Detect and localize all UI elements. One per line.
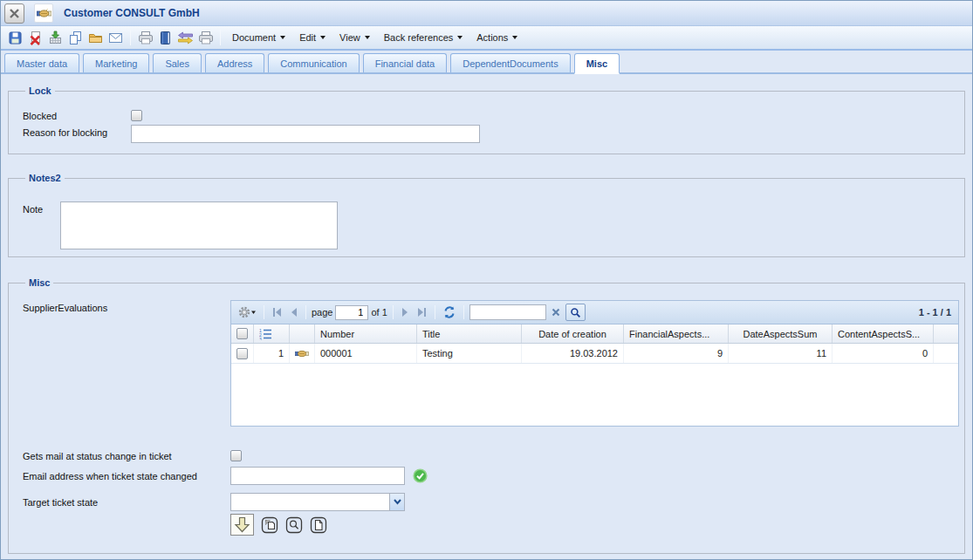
print-icon-2 xyxy=(198,31,214,45)
tab-label: Misc xyxy=(586,58,607,69)
chevron-down-icon xyxy=(320,36,325,39)
tab-master-data[interactable]: Master data xyxy=(4,53,79,72)
apply-down-button[interactable] xyxy=(230,514,254,536)
lock-section-legend: Lock xyxy=(25,85,55,96)
menu-view[interactable]: View xyxy=(332,30,377,45)
window-title: Customer CONSULT GmbH xyxy=(64,7,200,19)
blocked-label: Blocked xyxy=(23,108,131,121)
column-header-title[interactable]: Title xyxy=(417,324,522,343)
notes2-section: Notes2 Note xyxy=(8,173,965,257)
paste-button[interactable] xyxy=(261,516,278,534)
search-icon xyxy=(570,307,581,318)
row-icon-cell xyxy=(290,344,315,363)
tab-dependent-documents[interactable]: DependentDocuments xyxy=(450,53,570,72)
save-button[interactable] xyxy=(5,28,25,48)
target-ticket-state-label: Target ticket state xyxy=(23,497,230,508)
blocked-checkbox[interactable] xyxy=(131,110,142,121)
folder-button[interactable] xyxy=(86,28,106,48)
last-page-button[interactable] xyxy=(415,304,429,321)
cell-title: Testing xyxy=(417,344,522,363)
close-icon xyxy=(8,7,21,20)
grid-header-row: 1 2 3 Number Title Date of creation Fina… xyxy=(231,324,958,344)
tab-misc[interactable]: Misc xyxy=(574,53,620,74)
menu-edit[interactable]: Edit xyxy=(292,30,332,45)
icon-column-header[interactable] xyxy=(290,324,315,343)
copy-icon xyxy=(68,31,83,45)
tab-label: Sales xyxy=(165,58,189,69)
pager-separator xyxy=(305,305,306,319)
grid-search-input[interactable] xyxy=(469,304,546,320)
ticket-state-actions xyxy=(230,514,964,536)
note-textarea[interactable] xyxy=(60,201,338,249)
select-all-checkbox[interactable] xyxy=(236,328,248,339)
copy-button[interactable] xyxy=(65,28,86,48)
import-basket-button[interactable] xyxy=(45,28,65,48)
first-page-button[interactable] xyxy=(270,304,284,321)
menu-edit-label: Edit xyxy=(299,32,316,43)
column-header-number[interactable]: Number xyxy=(315,324,417,343)
cell-date-aspects-sum: 11 xyxy=(729,344,833,363)
tab-communication[interactable]: Communication xyxy=(268,53,359,72)
numbered-list-icon: 1 2 3 xyxy=(259,328,272,340)
supplier-evaluations-label: SupplierEvaluations xyxy=(23,300,230,313)
clear-icon xyxy=(551,307,561,318)
refresh-button[interactable] xyxy=(441,304,458,321)
grid-settings-button[interactable] xyxy=(236,304,258,321)
target-ticket-state-select[interactable] xyxy=(230,493,405,511)
reason-for-blocking-input[interactable] xyxy=(131,125,480,143)
valid-indicator xyxy=(413,468,428,483)
transfer-button[interactable] xyxy=(175,28,195,48)
next-page-button[interactable] xyxy=(399,304,412,321)
misc-section: Misc SupplierEvaluations xyxy=(8,277,965,554)
combo-trigger-button[interactable] xyxy=(389,494,404,510)
journal-button[interactable] xyxy=(155,28,175,48)
row-index-cell: 1 xyxy=(254,344,290,363)
page-number-input[interactable] xyxy=(335,305,368,320)
gets-mail-label: Gets mail at status change in ticket xyxy=(23,448,230,461)
run-search-button[interactable] xyxy=(565,304,586,321)
close-button[interactable] xyxy=(4,3,24,24)
tab-label: Communication xyxy=(280,58,346,69)
mail-icon xyxy=(108,31,123,45)
down-arrow-icon xyxy=(234,516,250,533)
clear-search-button[interactable] xyxy=(549,304,563,321)
tab-sales[interactable]: Sales xyxy=(153,53,202,72)
new-document-icon xyxy=(310,516,327,534)
table-row[interactable]: 1 000001 Testing 19.03.2012 xyxy=(231,344,958,364)
search-ticket-state-button[interactable] xyxy=(285,516,303,534)
print-settings-button[interactable] xyxy=(195,28,216,48)
column-header-date-aspects-sum[interactable]: DateAspectsSum xyxy=(729,324,833,343)
grid-empty-area xyxy=(231,364,958,426)
cell-date-of-creation: 19.03.2012 xyxy=(522,344,624,363)
lock-section: Lock Blocked Reason for blocking xyxy=(8,85,965,154)
menu-actions[interactable]: Actions xyxy=(469,30,524,45)
tab-marketing[interactable]: Marketing xyxy=(83,53,149,72)
customer-handshake-icon xyxy=(34,3,53,23)
pager-separator xyxy=(463,305,464,319)
grid-pager: page of 1 xyxy=(231,301,958,324)
chevron-down-icon xyxy=(251,311,256,315)
cell-number: 000001 xyxy=(315,344,417,363)
email-address-label: Email address when ticket state changed xyxy=(23,471,230,481)
new-document-button[interactable] xyxy=(310,516,327,534)
tab-financial-data[interactable]: Financial data xyxy=(363,53,448,72)
tab-address[interactable]: Address xyxy=(205,53,264,72)
column-header-financial-aspects[interactable]: FinancialAspects... xyxy=(624,324,729,343)
gets-mail-checkbox[interactable] xyxy=(230,450,242,461)
menu-document[interactable]: Document xyxy=(225,30,292,45)
column-header-date-of-creation[interactable]: Date of creation xyxy=(522,324,624,343)
column-header-content-aspects[interactable]: ContentAspectsS... xyxy=(833,324,934,343)
row-number-column-header[interactable]: 1 2 3 xyxy=(254,324,290,343)
menu-back-references[interactable]: Back references xyxy=(377,30,469,45)
titlebar: Customer CONSULT GmbH xyxy=(1,1,972,26)
folder-icon xyxy=(88,31,103,45)
email-address-input[interactable] xyxy=(230,467,405,485)
row-checkbox[interactable] xyxy=(236,348,248,359)
page-label: page xyxy=(312,307,332,318)
note-label: Note xyxy=(23,201,60,215)
notes2-section-legend: Notes2 xyxy=(25,173,65,183)
mail-button[interactable] xyxy=(106,28,126,48)
print-button[interactable] xyxy=(135,28,155,48)
prev-page-button[interactable] xyxy=(287,304,300,321)
delete-button[interactable] xyxy=(25,28,45,48)
